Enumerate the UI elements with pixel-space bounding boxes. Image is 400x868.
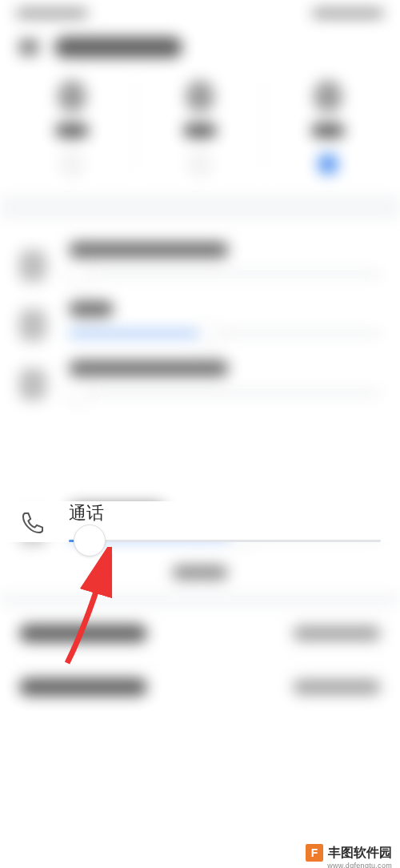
slider-call-thumb[interactable]: [74, 524, 106, 557]
tab-dnd[interactable]: [265, 80, 392, 175]
row-haptics[interactable]: [0, 660, 400, 713]
slider-media[interactable]: [19, 301, 381, 341]
media-icon: [19, 309, 46, 341]
row-default-ringtone[interactable]: [0, 607, 400, 660]
slider-call-track[interactable]: [69, 540, 381, 542]
tab-silent[interactable]: [136, 80, 264, 175]
watermark: F 丰图软件园: [306, 844, 392, 862]
page-title: [54, 37, 182, 58]
phone-icon: [19, 509, 46, 536]
slider-ring[interactable]: [19, 242, 381, 282]
slider-alarm[interactable]: [19, 360, 381, 400]
watermark-logo: F: [306, 844, 323, 862]
back-button[interactable]: [19, 39, 38, 55]
bell-icon: [19, 250, 46, 282]
slider-call-label: 通话: [69, 501, 381, 525]
watermark-url: www.dgfengtu.com: [327, 862, 392, 868]
mode-tabs: [0, 80, 400, 195]
more-toggle[interactable]: [0, 553, 400, 593]
slider-call[interactable]: 通话: [0, 501, 400, 542]
status-bar: [0, 0, 400, 26]
watermark-text: 丰图软件园: [328, 845, 392, 862]
alarm-icon: [19, 368, 46, 400]
tab-ring[interactable]: [8, 80, 136, 175]
